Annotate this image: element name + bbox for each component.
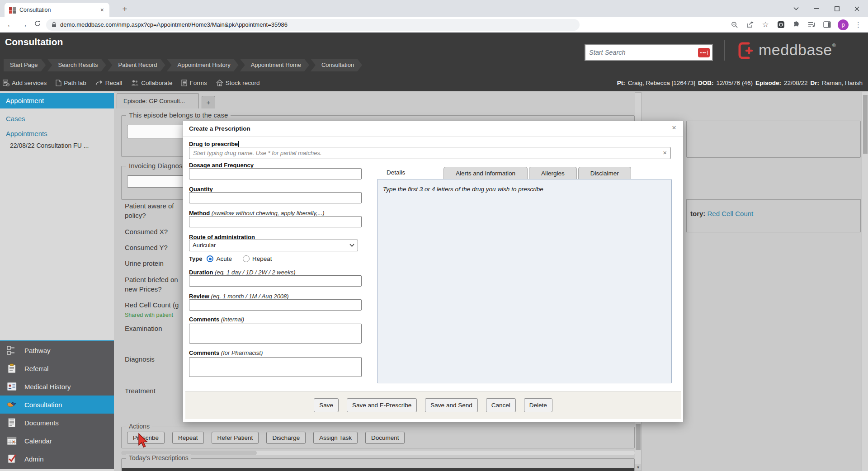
reload-icon[interactable]	[31, 20, 44, 29]
breadcrumb-search-results[interactable]: Search Results	[47, 59, 106, 71]
window-maximize-icon[interactable]	[827, 0, 846, 17]
sidebar-item-admin[interactable]: Admin	[0, 450, 114, 468]
forward-icon[interactable]: →	[17, 20, 31, 29]
breadcrumb-start-page[interactable]: Start Page	[4, 59, 46, 71]
password-manager-icon[interactable]	[698, 48, 710, 57]
checklist-item-consumed-y[interactable]: Consumed Y?	[125, 243, 188, 252]
new-tab-button[interactable]: +	[118, 3, 131, 15]
sidebar-item-appointments[interactable]: Appointments	[6, 130, 47, 137]
sidebar-item-pathway[interactable]: Pathway	[0, 341, 114, 359]
radio-acute-label[interactable]: Acute	[216, 255, 232, 262]
bookmark-star-icon[interactable]: ☆	[761, 20, 770, 29]
share-icon[interactable]	[745, 20, 755, 29]
right-pane-scrollbar[interactable]	[862, 92, 868, 471]
tab-alerts-information[interactable]: Alerts and Information	[443, 167, 528, 179]
playlist-icon[interactable]	[807, 20, 816, 29]
browser-menu-icon[interactable]: ⋮	[855, 21, 862, 29]
side-panel-icon[interactable]	[822, 20, 831, 29]
browser-tab[interactable]: Consultation ×	[5, 3, 109, 17]
delete-button[interactable]: Delete	[524, 398, 552, 412]
add-tab-button[interactable]: +	[202, 96, 215, 108]
refer-patient-button[interactable]: Refer Patient	[212, 432, 259, 444]
save-button[interactable]: Save	[314, 398, 339, 412]
breadcrumb-appointment-history[interactable]: Appointment History	[167, 59, 239, 71]
breadcrumb-consultation[interactable]: Consultation	[311, 59, 362, 71]
sidebar-item-appointment-entry[interactable]: 22/08/22 Consultation FU ...	[10, 142, 89, 149]
sidebar-item-cases[interactable]: Cases	[6, 115, 25, 122]
scroll-down-arrow-icon[interactable]: ▾	[635, 464, 641, 471]
sidebar-item-referral[interactable]: Referral	[0, 359, 114, 377]
review-hint: (eg. 1 month / 1M / Aug 2008)	[211, 293, 288, 300]
radio-acute[interactable]	[207, 255, 213, 262]
dialog-close-icon[interactable]: ×	[672, 123, 676, 132]
checklist-item-policy[interactable]: Patient aware of policy?	[125, 201, 188, 220]
add-services-label: Add services	[12, 80, 47, 86]
add-services-button[interactable]: Add services	[3, 80, 47, 86]
cancel-button[interactable]: Cancel	[486, 398, 516, 412]
extension-badge-icon[interactable]	[776, 20, 785, 29]
actions-button-row: Prescribe Repeat Refer Patient Discharge…	[127, 432, 405, 444]
back-icon[interactable]: ←	[4, 20, 17, 29]
window-close-icon[interactable]	[847, 0, 866, 17]
duration-label-text: Duration	[189, 269, 213, 276]
collaborate-button[interactable]: Collaborate	[131, 80, 172, 86]
quantity-input[interactable]	[189, 192, 362, 203]
repeat-button[interactable]: Repeat	[172, 432, 204, 444]
checklist-item-diagnosis[interactable]: Diagnosis	[125, 354, 188, 364]
tab-allergies[interactable]: Allergies	[529, 167, 577, 179]
checklist-item-consumed-x[interactable]: Consumed X?	[125, 227, 188, 236]
comments-pharmacist-textarea[interactable]	[189, 357, 362, 377]
breadcrumb-appointment-home[interactable]: Appointment Home	[240, 59, 309, 71]
mouse-cursor	[137, 433, 149, 450]
duration-input[interactable]	[189, 275, 362, 287]
sidebar-item-consultation[interactable]: Consultation	[0, 396, 114, 414]
route-select[interactable]: Auricular	[189, 240, 358, 251]
scrollbar-thumb[interactable]	[636, 424, 641, 450]
horizontal-scrollbar[interactable]	[121, 451, 635, 455]
method-input[interactable]	[189, 216, 362, 227]
tab-disclaimer[interactable]: Disclaimer	[578, 167, 631, 179]
sidebar-item-medical-history[interactable]: Medical History	[0, 377, 114, 396]
path-lab-button[interactable]: Path lab	[56, 80, 86, 86]
radio-repeat[interactable]	[243, 255, 250, 262]
save-eprescribe-button[interactable]: Save and E-Prescribe	[347, 398, 417, 412]
comments-internal-textarea[interactable]	[189, 324, 362, 344]
right-pane-box	[686, 121, 861, 158]
checklist-item-briefed-prices[interactable]: Patient briefed on new Prices?	[125, 275, 188, 294]
zoom-icon[interactable]	[730, 20, 739, 29]
episode-value: 22/08/22	[784, 80, 808, 86]
document-button[interactable]: Document	[365, 432, 405, 444]
checklist-item-examination[interactable]: Examination	[125, 324, 188, 333]
extensions-puzzle-icon[interactable]	[792, 20, 801, 29]
stock-record-button[interactable]: Stock record	[216, 80, 260, 86]
checklist-item-urine-protein[interactable]: Urine protein	[125, 259, 188, 268]
assign-task-button[interactable]: Assign Task	[313, 432, 358, 444]
clear-drug-icon[interactable]: ×	[663, 149, 667, 156]
window-minimize-icon[interactable]	[807, 0, 826, 17]
recall-button[interactable]: Recall	[95, 80, 123, 86]
sidebar-item-calendar[interactable]: Calendar	[0, 432, 114, 450]
address-bar[interactable]: demo.meddbase.com/nmp.aspx?cp=Appointmen…	[46, 19, 580, 31]
radio-repeat-label[interactable]: Repeat	[252, 255, 272, 262]
dosage-input[interactable]	[189, 168, 362, 179]
profile-avatar[interactable]: p	[838, 19, 849, 30]
checklist-item-treatment[interactable]: Treatment	[125, 386, 188, 396]
discharge-button[interactable]: Discharge	[266, 432, 306, 444]
red-cell-count-link[interactable]: Red Cell Count	[708, 210, 754, 217]
save-and-send-button[interactable]: Save and Send	[425, 398, 477, 412]
drug-search-input[interactable]	[189, 147, 671, 159]
tab-search-chevron-icon[interactable]	[787, 0, 806, 17]
tab-details[interactable]: Details	[377, 166, 443, 179]
tab-close-icon[interactable]: ×	[99, 6, 105, 14]
sidebar-item-appointment[interactable]: Appointment	[0, 93, 114, 108]
logo-text: meddbase	[759, 41, 832, 59]
create-prescription-dialog: Create a Prescription × Drug to prescrib…	[183, 121, 684, 422]
forms-button[interactable]: Forms	[181, 80, 207, 86]
tab-episode[interactable]: Episode: GP Consult...	[117, 93, 199, 108]
breadcrumb-patient-record[interactable]: Patient Record	[108, 59, 165, 71]
duration-label: Duration (eg. 1 day / 1D / 2W / 2 weeks)	[189, 269, 296, 276]
review-input[interactable]	[189, 299, 362, 311]
search-input[interactable]	[585, 49, 698, 56]
right-scrollbar-thumb[interactable]	[863, 95, 868, 154]
sidebar-item-documents[interactable]: Documents	[0, 414, 114, 432]
